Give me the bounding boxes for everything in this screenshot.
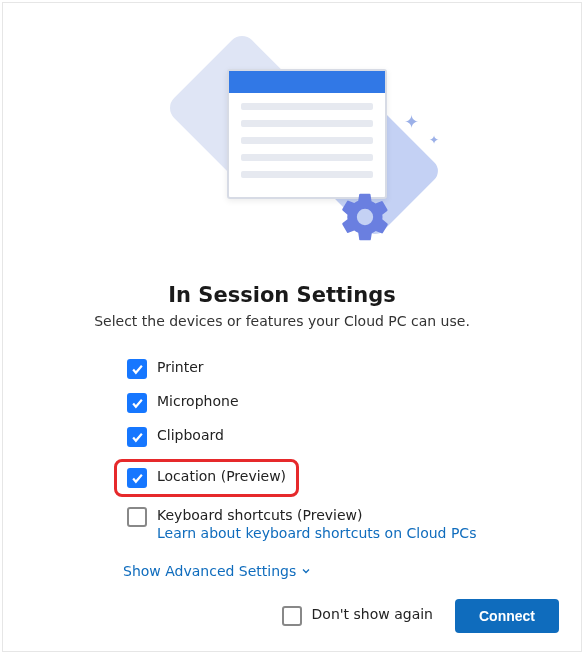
- checkbox-keyboard[interactable]: [127, 507, 147, 527]
- option-printer[interactable]: Printer: [123, 357, 501, 381]
- checkbox-microphone[interactable]: [127, 393, 147, 413]
- label-microphone: Microphone: [157, 393, 239, 409]
- dialog-content: In Session Settings Select the devices o…: [3, 283, 581, 583]
- option-keyboard[interactable]: Keyboard shortcuts (Preview) Learn about…: [123, 505, 501, 543]
- options-list: Printer Microphone Clipboard: [123, 357, 501, 543]
- gear-icon: [337, 189, 393, 245]
- window-titlebar: [229, 71, 385, 93]
- label-location: Location (Preview): [157, 468, 286, 484]
- hero-art: ✦ ✦: [167, 43, 417, 243]
- label-clipboard: Clipboard: [157, 427, 224, 443]
- highlighted-option-box: Location (Preview): [114, 459, 299, 497]
- checkbox-clipboard[interactable]: [127, 427, 147, 447]
- option-location[interactable]: Location (Preview): [123, 466, 290, 490]
- chevron-down-icon: [300, 565, 312, 577]
- sparkle-icon: ✦: [429, 133, 439, 147]
- sparkle-icon: ✦: [404, 111, 419, 132]
- option-microphone[interactable]: Microphone: [123, 391, 501, 415]
- checkbox-printer[interactable]: [127, 359, 147, 379]
- session-settings-dialog: ✦ ✦ In Session Settings Select the devic…: [2, 2, 582, 652]
- dialog-subtitle: Select the devices or features your Clou…: [63, 313, 501, 329]
- advanced-label: Show Advanced Settings: [123, 563, 296, 579]
- label-keyboard: Keyboard shortcuts (Preview): [157, 507, 476, 523]
- hero-illustration: ✦ ✦: [3, 3, 581, 283]
- dialog-footer: Don't show again Connect: [3, 583, 581, 651]
- checkbox-dont-show[interactable]: [282, 606, 302, 626]
- label-printer: Printer: [157, 359, 204, 375]
- window-illustration: [227, 69, 387, 199]
- show-advanced-toggle[interactable]: Show Advanced Settings: [123, 563, 312, 579]
- dont-show-again[interactable]: Don't show again: [278, 604, 437, 628]
- checkbox-location[interactable]: [127, 468, 147, 488]
- dialog-title: In Session Settings: [63, 283, 501, 307]
- label-dont-show: Don't show again: [312, 606, 433, 622]
- option-clipboard[interactable]: Clipboard: [123, 425, 501, 449]
- keyboard-learn-link[interactable]: Learn about keyboard shortcuts on Cloud …: [157, 525, 476, 541]
- connect-button[interactable]: Connect: [455, 599, 559, 633]
